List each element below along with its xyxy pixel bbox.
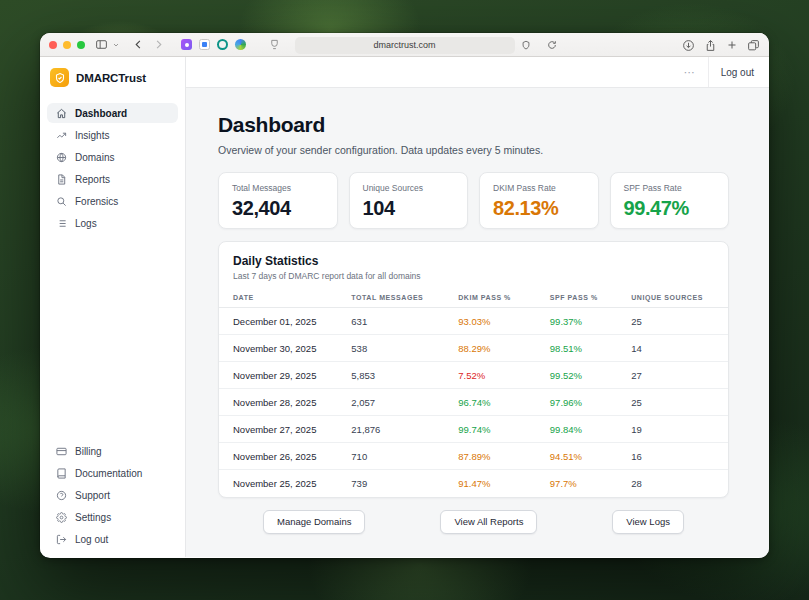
stat-label: DKIM Pass Rate (493, 183, 585, 193)
sidebar-item-label: Logs (75, 218, 97, 229)
table-row: November 30, 2025 538 88.29% 98.51% 14 (219, 335, 728, 362)
sidebar-item-documentation[interactable]: Documentation (47, 463, 178, 483)
privacy-shield-icon[interactable] (521, 40, 531, 50)
brand-name: DMARCTrust (76, 72, 146, 84)
extension-icon-2[interactable] (199, 39, 210, 50)
forward-icon[interactable] (153, 39, 164, 50)
panel-subtitle: Last 7 days of DMARC report data for all… (233, 271, 714, 281)
cell-dkim: 88.29% (458, 335, 550, 362)
actions-row: Manage Domains View All Reports View Log… (218, 510, 729, 534)
sidebar-item-dashboard[interactable]: Dashboard (47, 103, 178, 123)
stat-label: Unique Sources (363, 183, 455, 193)
home-icon (56, 108, 67, 119)
divider (708, 57, 709, 87)
column-header: Total Messages (351, 289, 458, 308)
sidebar-item-settings[interactable]: Settings (47, 507, 178, 527)
sidebar-item-billing[interactable]: Billing (47, 441, 178, 461)
cell-date: November 27, 2025 (219, 416, 351, 443)
extension-icon-3[interactable] (217, 39, 228, 50)
cell-date: November 26, 2025 (219, 443, 351, 470)
sidebar-item-label: Domains (75, 152, 114, 163)
sidebar-item-label: Documentation (75, 468, 142, 479)
sidebar-item-forensics[interactable]: Forensics (47, 191, 178, 211)
close-button[interactable] (49, 41, 57, 49)
table-row: November 29, 2025 5,853 7.52% 99.52% 27 (219, 362, 728, 389)
sidebar-item-label: Reports (75, 174, 110, 185)
view-all-reports-button[interactable]: View All Reports (440, 510, 537, 534)
main-area: ⋯ Log out Dashboard Overview of your sen… (186, 57, 769, 557)
share-icon[interactable] (704, 39, 717, 52)
stat-card-dkim-pass-rate: DKIM Pass Rate 82.13% (479, 172, 599, 229)
sidebar-item-reports[interactable]: Reports (47, 169, 178, 189)
cell-sources: 28 (631, 470, 728, 497)
downloads-icon[interactable] (682, 39, 695, 52)
cell-total: 2,057 (351, 389, 458, 416)
new-tab-icon[interactable] (726, 39, 738, 51)
logout-button[interactable]: Log out (721, 67, 754, 78)
manage-domains-button[interactable]: Manage Domains (263, 510, 365, 534)
tab-overview-icon[interactable] (747, 39, 760, 52)
sidebar-item-label: Log out (75, 534, 108, 545)
sidebar-item-support[interactable]: Support (47, 485, 178, 505)
table-row: December 01, 2025 631 93.03% 99.37% 25 (219, 308, 728, 335)
cell-dkim: 96.74% (458, 389, 550, 416)
url-text: dmarctrust.com (373, 40, 435, 50)
search-icon (56, 196, 67, 207)
sidebar-item-label: Billing (75, 446, 102, 457)
stats-row: Total Messages 32,404 Unique Sources 104… (218, 172, 729, 229)
back-icon[interactable] (133, 39, 144, 50)
table-row: November 26, 2025 710 87.89% 94.51% 16 (219, 443, 728, 470)
cell-sources: 14 (631, 335, 728, 362)
stat-value: 99.47% (624, 197, 716, 220)
browser-window: dmarctrust.com (40, 33, 769, 558)
zoom-button[interactable] (77, 41, 85, 49)
stat-value: 82.13% (493, 197, 585, 220)
stat-card-spf-pass-rate: SPF Pass Rate 99.47% (610, 172, 730, 229)
sidebar-item-label: Settings (75, 512, 111, 523)
column-header: DKIM Pass % (458, 289, 550, 308)
globe-icon (56, 152, 67, 163)
cell-sources: 27 (631, 362, 728, 389)
cell-date: November 29, 2025 (219, 362, 351, 389)
extension-icon-5[interactable] (269, 39, 280, 50)
daily-statistics-table: Date Total Messages DKIM Pass % SPF Pass… (219, 289, 728, 497)
cell-date: November 28, 2025 (219, 389, 351, 416)
sidebar-item-label: Support (75, 490, 110, 501)
sidebar-item-insights[interactable]: Insights (47, 125, 178, 145)
cell-sources: 25 (631, 389, 728, 416)
cell-total: 5,853 (351, 362, 458, 389)
cell-dkim: 87.89% (458, 443, 550, 470)
cell-dkim: 7.52% (458, 362, 550, 389)
sidebar-item-label: Forensics (75, 196, 118, 207)
minimize-button[interactable] (63, 41, 71, 49)
panel-title: Daily Statistics (233, 254, 714, 268)
cell-spf: 99.84% (550, 416, 631, 443)
sidebar-item-label: Insights (75, 130, 109, 141)
view-logs-button[interactable]: View Logs (612, 510, 684, 534)
list-icon (56, 218, 67, 229)
cell-dkim: 93.03% (458, 308, 550, 335)
table-row: November 25, 2025 739 91.47% 97.7% 28 (219, 470, 728, 497)
sidebar-item-logout[interactable]: Log out (47, 529, 178, 549)
logout-icon (56, 534, 67, 545)
extension-icon-1[interactable] (181, 39, 192, 50)
stat-value: 32,404 (232, 197, 324, 220)
cell-spf: 99.52% (550, 362, 631, 389)
extension-icon-4[interactable] (235, 39, 246, 50)
cell-spf: 98.51% (550, 335, 631, 362)
cell-dkim: 91.47% (458, 470, 550, 497)
chevron-down-icon[interactable] (112, 41, 120, 49)
sidebar-footer-nav: Billing Documentation Support (47, 441, 178, 549)
sidebar-item-logs[interactable]: Logs (47, 213, 178, 233)
reload-icon[interactable] (547, 40, 557, 50)
sidebar-item-domains[interactable]: Domains (47, 147, 178, 167)
cell-spf: 99.37% (550, 308, 631, 335)
overflow-menu-button[interactable]: ⋯ (684, 66, 696, 79)
stat-card-total-messages: Total Messages 32,404 (218, 172, 338, 229)
cell-total: 710 (351, 443, 458, 470)
address-bar[interactable]: dmarctrust.com (295, 37, 515, 54)
cell-sources: 25 (631, 308, 728, 335)
app-logo: DMARCTrust (47, 66, 178, 89)
trending-up-icon (56, 130, 67, 141)
sidebar-toggle-icon[interactable] (95, 38, 108, 51)
